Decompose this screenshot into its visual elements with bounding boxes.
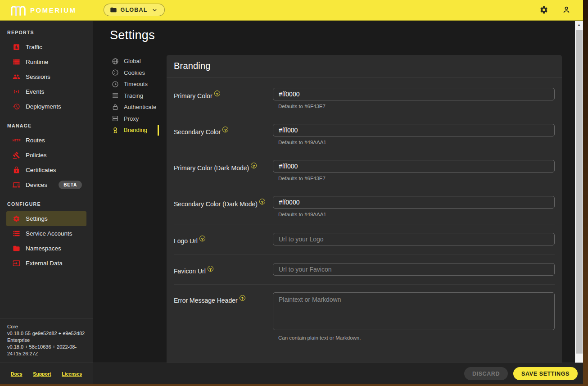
branding-panel: Branding Primary Color?Defaults to #6F43… — [167, 55, 562, 363]
traffic-icon — [13, 43, 20, 51]
settings-gear-button[interactable] — [539, 5, 549, 15]
field-label-text: Secondary Color — [174, 128, 221, 136]
licenses-link[interactable]: Licenses — [62, 371, 82, 377]
sidebar-item-label: Settings — [26, 215, 48, 222]
sidebar-item-label: Events — [26, 88, 44, 95]
settings-tab-label: Global — [124, 58, 141, 64]
namespace-selector[interactable]: GLOBAL — [104, 4, 165, 16]
settings-tab-authenticate[interactable]: Authenticate — [111, 101, 159, 113]
settings-icon — [13, 215, 20, 223]
cookie-icon — [111, 69, 119, 77]
sidebar-item-runtime[interactable]: Runtime — [6, 54, 86, 69]
settings-tab-tracing[interactable]: Tracing — [111, 90, 159, 102]
sidebar-item-settings[interactable]: Settings — [6, 211, 86, 226]
help-icon[interactable]: ? — [251, 163, 257, 168]
sidebar-item-label: Sessions — [26, 73, 50, 80]
help-icon[interactable]: ? — [208, 266, 213, 272]
pomerium-logo-icon — [10, 4, 26, 16]
help-icon[interactable]: ? — [222, 127, 228, 132]
field-helper-text: Can contain plain text or Markdown. — [278, 335, 555, 341]
settings-tab-timeouts[interactable]: Timeouts — [111, 78, 159, 90]
sidebar-item-external-data[interactable]: External Data — [6, 256, 86, 271]
field-rows: Primary Color?Defaults to #6F43E7Seconda… — [167, 77, 562, 348]
user-account-button[interactable] — [561, 5, 571, 15]
top-bar: POMERIUM GLOBAL — [0, 0, 583, 21]
settings-tab-proxy[interactable]: Proxy — [111, 113, 159, 125]
help-icon[interactable]: ? — [240, 295, 245, 301]
folder-icon — [110, 6, 117, 14]
content-scrollbar[interactable]: ▲ — [575, 21, 583, 363]
settings-tab-label: Cookies — [124, 69, 145, 76]
sidebar-item-policies[interactable]: Policies — [6, 148, 86, 163]
discard-button[interactable]: DISCARD — [464, 367, 508, 380]
page-title: Settings — [110, 28, 575, 42]
sessions-icon — [13, 73, 20, 81]
sidebar-item-label: Policies — [26, 152, 47, 159]
sidebar-item-certificates[interactable]: Certificates — [6, 163, 86, 177]
namespace-label: GLOBAL — [121, 7, 148, 13]
sidebar-item-events[interactable]: Events — [6, 84, 86, 99]
app-window: POMERIUM GLOBAL — [0, 0, 588, 386]
field-input-wrap — [273, 233, 555, 245]
sidebar: REPORTSTrafficRuntimeSessionsEventsDeplo… — [0, 21, 93, 363]
settings-tab-label: Timeouts — [124, 81, 148, 87]
sidebar-item-label: Devices — [26, 182, 47, 188]
sidebar-item-label: Routes — [26, 137, 45, 144]
enterprise-version-label: Enterprise — [7, 337, 86, 344]
help-icon[interactable]: ? — [199, 236, 205, 241]
secondary-color-dark-mode-input[interactable] — [273, 196, 555, 209]
secondary-color-input[interactable] — [273, 124, 555, 136]
devices-icon — [13, 181, 20, 189]
scrollbar-thumb[interactable] — [576, 30, 583, 354]
window-edge-right — [583, 0, 588, 386]
tracing-icon — [111, 92, 119, 100]
globe-icon — [111, 57, 119, 65]
sidebar-item-namespaces[interactable]: Namespaces — [6, 241, 86, 256]
field-row-logo-url: Logo Url? — [174, 224, 555, 254]
help-icon[interactable]: ? — [214, 91, 220, 96]
favicon-url-input[interactable] — [273, 263, 555, 276]
field-row-primary-color-dark-mode: Primary Color (Dark Mode)?Defaults to #6… — [174, 152, 555, 188]
certificates-icon — [13, 166, 20, 174]
support-link[interactable]: Support — [33, 371, 51, 377]
routes-icon: HTTP — [13, 136, 20, 144]
help-icon[interactable]: ? — [259, 199, 265, 204]
field-label: Error Message Header? — [174, 292, 273, 341]
namespaces-icon — [13, 245, 20, 252]
field-input-wrap — [273, 263, 555, 276]
field-helper-text: Defaults to #6F43E7 — [278, 104, 555, 109]
version-info: Core v0.18.0-55-ge9e52d82 + e9e52d82 Ent… — [0, 318, 93, 363]
field-helper-text: Defaults to #49AAA1 — [278, 140, 555, 145]
sidebar-item-label: Deployments — [26, 103, 61, 110]
person-icon — [562, 5, 571, 14]
sidebar-item-label: Service Accounts — [26, 230, 72, 237]
beta-badge: BETA — [59, 181, 82, 189]
primary-color-input[interactable] — [273, 88, 555, 100]
sidebar-item-devices[interactable]: DevicesBETA — [6, 177, 86, 192]
error-message-header-textarea[interactable] — [273, 292, 555, 330]
field-label-text: Primary Color (Dark Mode) — [174, 164, 249, 172]
sidebar-item-service-accounts[interactable]: Service Accounts — [6, 226, 86, 241]
deployments-icon — [13, 103, 20, 110]
sidebar-item-deployments[interactable]: Deployments — [6, 99, 86, 114]
settings-tab-label: Proxy — [124, 115, 139, 122]
scroll-up-arrow-icon[interactable]: ▲ — [575, 21, 583, 29]
primary-color-dark-mode-input[interactable] — [273, 160, 555, 173]
save-settings-button[interactable]: SAVE SETTINGS — [513, 367, 578, 380]
sidebar-item-routes[interactable]: HTTPRoutes — [6, 133, 86, 148]
docs-link[interactable]: Docs — [11, 371, 23, 377]
field-row-secondary-color: Secondary Color?Defaults to #49AAA1 — [174, 116, 555, 152]
field-input-wrap: Can contain plain text or Markdown. — [273, 292, 555, 341]
service-accounts-icon — [13, 230, 20, 237]
settings-tab-global[interactable]: Global — [111, 55, 159, 67]
sidebar-item-traffic[interactable]: Traffic — [6, 40, 86, 54]
sidebar-item-sessions[interactable]: Sessions — [6, 69, 86, 84]
settings-tab-branding[interactable]: Branding — [111, 124, 159, 136]
field-row-primary-color: Primary Color?Defaults to #6F43E7 — [174, 80, 555, 116]
field-row-error-message-header: Error Message Header?Can contain plain t… — [174, 285, 555, 348]
settings-tab-cookies[interactable]: Cookies — [111, 67, 159, 79]
sidebar-item-label: External Data — [26, 260, 63, 267]
chevron-down-icon — [151, 6, 158, 14]
field-label-text: Logo Url — [174, 237, 198, 245]
logo-url-input[interactable] — [273, 233, 555, 245]
